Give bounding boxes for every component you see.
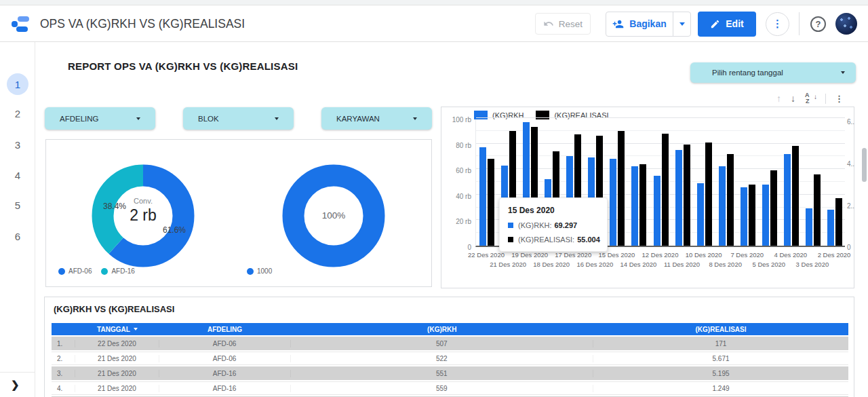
bar-realisasi[interactable] xyxy=(792,146,799,246)
bar-chart-legend: (KG)RKH(KG)REALISASI xyxy=(474,111,621,119)
bar-realisasi[interactable] xyxy=(814,174,821,246)
table-cell: 507 xyxy=(291,340,594,347)
gridline xyxy=(476,117,845,118)
chart-tooltip: 15 Des 2020 (KG)RKH:69.297(KG)REALISASI:… xyxy=(499,197,608,252)
filter-dropdown-karyawan[interactable]: KARYAWAN xyxy=(321,107,432,130)
legend-label: 1000 xyxy=(257,267,272,275)
help-icon[interactable]: ? xyxy=(810,16,826,32)
bar-rkh[interactable] xyxy=(741,187,747,246)
y-axis-label: 0 xyxy=(441,244,471,251)
reset-button[interactable]: Reset xyxy=(535,13,591,35)
app-title: OPS VA (KG)RKH VS (KG)REALISASI xyxy=(40,17,245,31)
bar-rkh[interactable] xyxy=(827,210,834,246)
y-axis-label: 20 rb xyxy=(441,218,471,225)
chart-more-options-icon[interactable]: ⋮ xyxy=(835,94,844,103)
sort-caret-icon xyxy=(134,328,138,330)
bar-realisasi[interactable] xyxy=(770,170,777,246)
table-cell: 5.671 xyxy=(593,355,848,362)
sidebar-page-5[interactable]: 5 xyxy=(7,194,28,216)
sidebar-page-2[interactable]: 2 xyxy=(7,102,28,124)
bar-rkh[interactable] xyxy=(697,183,704,246)
bar-realisasi[interactable] xyxy=(662,134,669,246)
filter-dropdown-afdeling[interactable]: AFDELING xyxy=(45,107,155,130)
filter-label: BLOK xyxy=(198,115,219,123)
chevron-down-icon xyxy=(413,117,417,120)
filter-label: AFDELING xyxy=(60,115,99,123)
table-row[interactable]: 1.22 Des 2020AFD-06507171 xyxy=(52,337,848,350)
y-axis-label: 60 rb xyxy=(441,167,471,174)
bar-realisasi[interactable] xyxy=(618,131,625,246)
bar-realisasi[interactable] xyxy=(684,145,690,246)
sort-alphabetical-icon[interactable]: A↓Z xyxy=(805,93,816,104)
bar-realisasi[interactable] xyxy=(488,159,494,246)
sidebar-expand-chevron-icon[interactable]: ❯ xyxy=(11,379,20,391)
column-header-(KG)RKH[interactable]: (KG)RKH xyxy=(291,326,594,333)
bar-realisasi[interactable] xyxy=(639,164,646,246)
table-header-row[interactable]: TANGGALAFDELING(KG)RKH(KG)REALISASI xyxy=(52,323,848,335)
table-cell: 21 Des 2020 xyxy=(75,370,159,377)
tooltip-date: 15 Des 2020 xyxy=(508,206,599,215)
share-button[interactable]: Bagikan xyxy=(606,12,691,37)
column-header-AFDELING[interactable]: AFDELING xyxy=(159,326,291,333)
right-axis-label: 0 xyxy=(847,244,851,251)
edit-label: Edit xyxy=(726,18,743,29)
table-cell: 1.249 xyxy=(593,385,848,392)
bar-realisasi[interactable] xyxy=(705,143,712,246)
vertical-scrollbar[interactable] xyxy=(862,148,867,182)
table-row[interactable]: 4.21 Des 2020AFD-165591.249 xyxy=(52,381,848,395)
legend-swatch xyxy=(536,111,549,119)
bar-realisasi[interactable] xyxy=(749,185,755,246)
bar-rkh[interactable] xyxy=(654,176,660,246)
legend-dot xyxy=(101,268,108,275)
sidebar-page-3[interactable]: 3 xyxy=(7,134,28,155)
donut-slice-label: 61.6% xyxy=(154,225,195,235)
sort-descending-icon[interactable]: ↓ xyxy=(791,94,795,103)
column-header-(KG)REALISASI[interactable]: (KG)REALISASI xyxy=(593,326,848,333)
user-avatar[interactable] xyxy=(835,13,857,35)
edit-button[interactable]: Edit xyxy=(698,12,756,37)
date-range-picker[interactable]: Pilih rentang tanggal xyxy=(690,62,856,83)
table-cell: 21 Des 2020 xyxy=(75,385,159,392)
bar-rkh[interactable] xyxy=(631,166,638,246)
table-cell: 21 Des 2020 xyxy=(75,355,159,362)
donut-legend-blok: 1000 xyxy=(247,267,281,275)
bar-realisasi[interactable] xyxy=(835,198,842,246)
bar-rkh[interactable] xyxy=(610,159,616,246)
table-row[interactable]: 3.21 Des 2020AFD-165515.195 xyxy=(52,366,848,380)
bar-rkh[interactable] xyxy=(719,166,726,246)
bar-rkh[interactable] xyxy=(762,185,769,246)
y-axis-label: 40 rb xyxy=(441,193,471,200)
table-title: (KG)RKH VS (KG)REALISASI xyxy=(54,304,174,314)
reset-label: Reset xyxy=(559,19,583,29)
filter-label: KARYAWAN xyxy=(336,115,380,123)
bar-realisasi[interactable] xyxy=(727,154,734,246)
bar-rkh[interactable] xyxy=(784,154,791,246)
share-label: Bagikan xyxy=(629,18,666,29)
chevron-down-icon xyxy=(841,71,845,74)
bar-rkh[interactable] xyxy=(675,150,682,246)
table-cell: AFD-16 xyxy=(159,370,291,377)
report-title: REPORT OPS VA (KG)RKH VS (KG)REALISASI xyxy=(68,60,298,72)
legend-label: AFD-16 xyxy=(111,267,134,275)
donut-legend-afdeling: AFD-06AFD-16 xyxy=(58,267,144,275)
table-row[interactable]: 2.21 Des 2020AFD-065225.671 xyxy=(52,352,848,365)
chevron-down-icon xyxy=(136,117,140,120)
bar-rkh[interactable] xyxy=(479,147,486,246)
table-cell: 559 xyxy=(291,385,594,392)
sidebar-page-1[interactable]: 1 xyxy=(7,73,28,95)
column-header-TANGGAL[interactable]: TANGGAL xyxy=(75,326,159,333)
bar-rkh[interactable] xyxy=(806,208,812,246)
sidebar-page-6[interactable]: 6 xyxy=(7,225,28,247)
share-dropdown-caret[interactable] xyxy=(673,12,690,36)
legend-dot xyxy=(247,268,254,275)
sidebar-page-4[interactable]: 4 xyxy=(7,164,28,186)
legend-swatch xyxy=(474,111,488,119)
right-axis-label: 6.. xyxy=(847,118,854,126)
undo-icon xyxy=(543,18,554,29)
donut-charts-card: 38.4% 61.6% Conv. 2 rb 100% AFD-06AFD-16… xyxy=(45,139,432,287)
sort-ascending-icon[interactable]: ↑ xyxy=(776,94,781,103)
app-header: OPS VA (KG)RKH VS (KG)REALISASI Reset Ba… xyxy=(0,6,868,42)
filter-dropdown-blok[interactable]: BLOK xyxy=(183,107,294,130)
header-more-options-button[interactable]: ⋮ xyxy=(766,12,789,36)
tooltip-swatch xyxy=(508,237,513,242)
